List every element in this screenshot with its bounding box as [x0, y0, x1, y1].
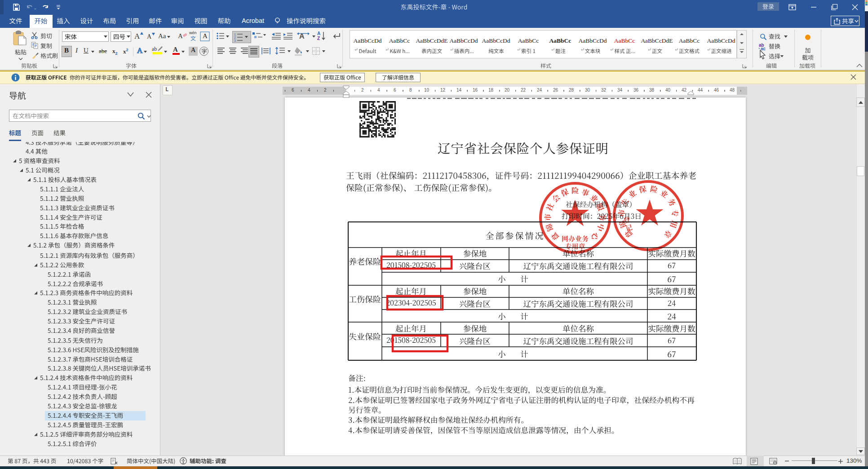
svg-text:3: 3	[234, 39, 236, 42]
svg-text:2: 2	[234, 36, 236, 39]
svg-text:A: A	[317, 31, 320, 36]
svg-text:1: 1	[234, 33, 236, 36]
svg-text:Z: Z	[317, 36, 320, 41]
